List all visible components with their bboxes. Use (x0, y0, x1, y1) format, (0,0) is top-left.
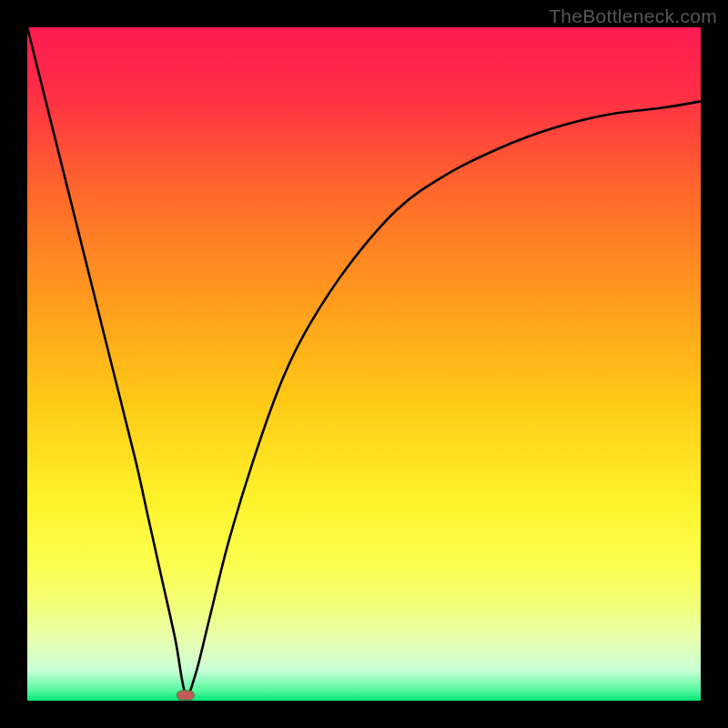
plot-area (27, 27, 701, 701)
minimum-marker (177, 691, 194, 700)
chart-frame: TheBottleneck.com (0, 0, 728, 728)
chart-svg (27, 27, 701, 701)
bottleneck-curve (27, 27, 701, 695)
watermark-text: TheBottleneck.com (549, 5, 717, 27)
